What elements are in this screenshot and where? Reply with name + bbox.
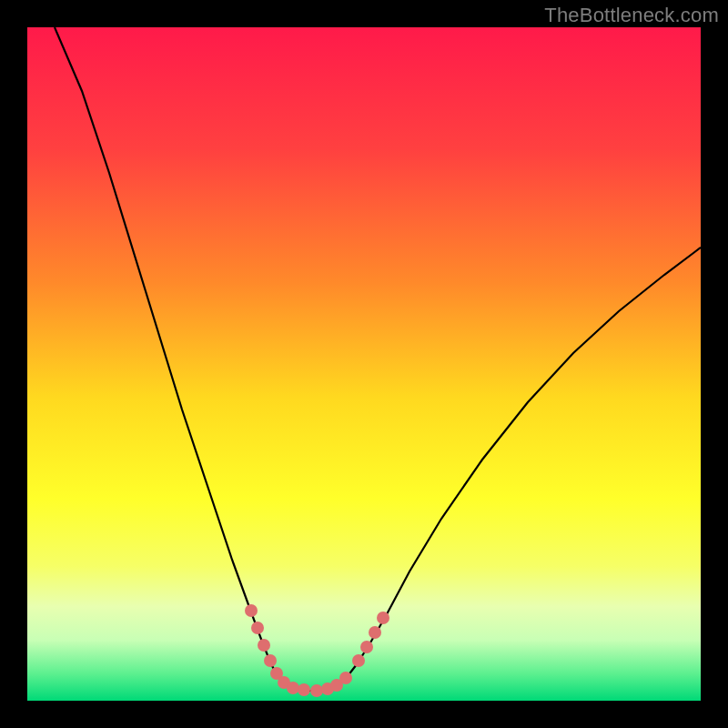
highlight-dot [298,683,310,696]
plot-area [27,27,701,701]
gradient-background [27,27,701,701]
highlight-dot [339,672,352,684]
chart-frame: TheBottleneck.com [0,0,728,728]
highlight-dot [377,612,389,624]
highlight-dot [310,684,323,697]
highlight-dot [360,641,373,653]
highlight-dot [251,622,264,634]
highlight-dot [352,654,365,667]
highlight-dot [287,682,299,694]
highlight-dot [258,639,270,652]
chart-svg [27,27,701,701]
highlight-dot [245,604,258,617]
watermark-label: TheBottleneck.com [544,4,719,27]
highlight-dot [264,654,277,667]
highlight-dot [369,626,381,639]
